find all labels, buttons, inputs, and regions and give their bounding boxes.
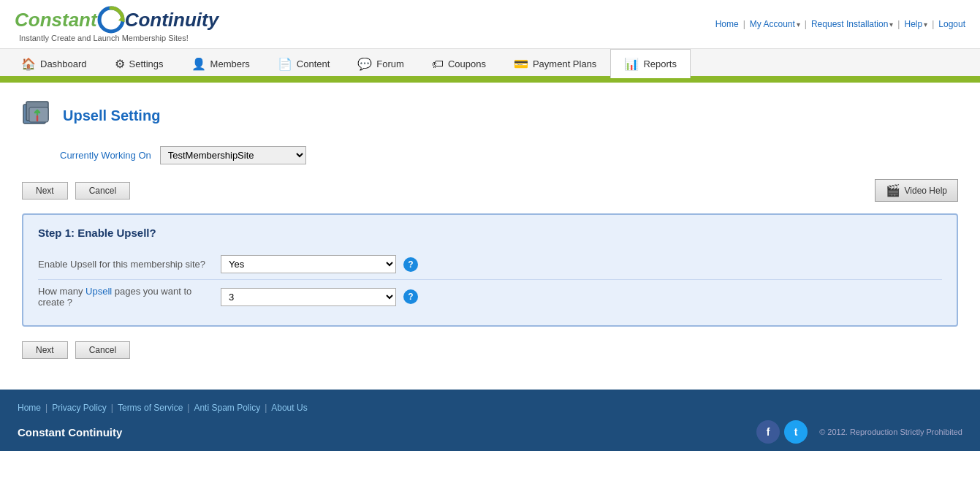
next-button-top[interactable]: Next (22, 182, 68, 200)
nav-label-settings: Settings (129, 58, 164, 69)
footer-link-about[interactable]: About Us (271, 403, 307, 413)
forum-icon: 💬 (357, 57, 372, 71)
how-many-row: How many Upsell pages you want to create… (38, 280, 942, 314)
footer-link-antispam[interactable]: Anti Spam Policy (194, 403, 260, 413)
nav-item-settings[interactable]: ⚙ Settings (101, 49, 178, 78)
footer-brand-area: Constant Continuity (18, 426, 122, 438)
cancel-button-bottom[interactable]: Cancel (75, 341, 130, 359)
nav-label-forum: Forum (376, 58, 404, 69)
film-icon: 🎬 (886, 183, 900, 197)
logo-tagline: Instantly Create and Launch Membership S… (19, 34, 189, 42)
logo-area: Constant Continuity Instantly Create and… (15, 6, 219, 42)
footer-links: Home | Privacy Policy | Terms of Service… (18, 403, 962, 413)
nav-item-dashboard[interactable]: 🏠 Dashboard (7, 49, 101, 78)
settings-icon: ⚙ (115, 57, 125, 71)
how-many-label: How many Upsell pages you want to create… (38, 286, 213, 308)
next-button-bottom[interactable]: Next (22, 341, 68, 359)
payment-plans-icon: 💳 (514, 57, 528, 71)
site-select[interactable]: TestMembershipSite OtherSite (160, 146, 306, 164)
nav-label-payment-plans: Payment Plans (533, 58, 596, 69)
upsell-icon (22, 97, 53, 134)
page-title-row: Upsell Setting (22, 97, 958, 134)
nav-label-dashboard: Dashboard (40, 58, 87, 69)
nav-item-reports[interactable]: 📊 Reports (610, 49, 691, 78)
page-title: Upsell Setting (63, 107, 160, 124)
twitter-button[interactable]: t (784, 420, 808, 444)
how-many-select[interactable]: 1 2 3 4 5 (221, 288, 396, 306)
nav-item-payment-plans[interactable]: 💳 Payment Plans (500, 49, 610, 78)
nav-label-reports: Reports (643, 58, 677, 69)
top-nav: Home | My Account ▾ | Request Installati… (715, 19, 965, 29)
footer-link-privacy[interactable]: Privacy Policy (52, 403, 107, 413)
step1-title: Step 1: Enable Upsell? (38, 227, 942, 239)
nav-my-account[interactable]: My Account ▾ (750, 19, 800, 29)
request-arrow: ▾ (889, 20, 893, 29)
nav-label-content: Content (297, 58, 330, 69)
nav-logout[interactable]: Logout (938, 19, 965, 29)
main-nav: 🏠 Dashboard ⚙ Settings 👤 Members 📄 Conte… (0, 49, 980, 78)
video-help-button[interactable]: 🎬 Video Help (875, 179, 959, 202)
nav-help[interactable]: Help ▾ (904, 19, 927, 29)
dashboard-icon: 🏠 (21, 57, 36, 71)
content-area: Upsell Setting Currently Working On Test… (0, 83, 980, 390)
nav-item-forum[interactable]: 💬 Forum (343, 49, 418, 78)
enable-upsell-help-icon[interactable]: ? (403, 257, 418, 272)
top-button-row: Next Cancel 🎬 Video Help (22, 179, 958, 202)
footer-sep2: | (111, 403, 113, 413)
nav-request-installation[interactable]: Request Installation ▾ (811, 19, 893, 29)
footer-brand: Constant Continuity (18, 426, 122, 438)
reports-icon: 📊 (624, 57, 639, 71)
sep4: | (932, 19, 934, 29)
sep1: | (743, 19, 745, 29)
cancel-button-top[interactable]: Cancel (75, 182, 130, 200)
sep3: | (897, 19, 900, 29)
logo-continuity: Continuity (125, 9, 219, 31)
nav-item-coupons[interactable]: 🏷 Coupons (418, 49, 500, 78)
social-icons: f t (756, 420, 808, 444)
facebook-button[interactable]: f (756, 420, 780, 444)
footer-link-home[interactable]: Home (18, 403, 41, 413)
members-icon: 👤 (191, 57, 206, 71)
upsell-highlight: Upsell (86, 286, 112, 297)
svg-rect-4 (29, 107, 48, 122)
nav-item-content[interactable]: 📄 Content (264, 49, 344, 78)
nav-label-members: Members (210, 58, 250, 69)
nav-item-members[interactable]: 👤 Members (178, 49, 264, 78)
footer: Home | Privacy Policy | Terms of Service… (0, 390, 980, 451)
top-bar: Constant Continuity Instantly Create and… (0, 0, 980, 49)
footer-bottom: Constant Continuity f t © 2012. Reproduc… (18, 420, 962, 444)
coupons-icon: 🏷 (432, 58, 444, 71)
footer-sep4: | (265, 403, 267, 413)
footer-sep3: | (187, 403, 189, 413)
footer-sep1: | (45, 403, 48, 413)
sep2: | (805, 19, 807, 29)
my-account-arrow: ▾ (797, 20, 800, 29)
help-arrow: ▾ (924, 20, 927, 29)
logo-icon (97, 6, 125, 34)
enable-upsell-row: Enable Upsell for this membership site? … (38, 249, 942, 280)
enable-upsell-select[interactable]: Yes No (221, 255, 396, 273)
footer-link-terms[interactable]: Terms of Service (118, 403, 183, 413)
nav-home[interactable]: Home (715, 19, 739, 29)
nav-label-coupons: Coupons (448, 58, 486, 69)
content-icon: 📄 (278, 57, 292, 71)
working-on-row: Currently Working On TestMembershipSite … (60, 146, 958, 164)
footer-copy: © 2012. Reproduction Strictly Prohibited (819, 428, 962, 436)
logo-constant: Constant (15, 9, 97, 31)
enable-upsell-label: Enable Upsell for this membership site? (38, 259, 213, 270)
bottom-button-row: Next Cancel (22, 341, 958, 359)
step1-box: Step 1: Enable Upsell? Enable Upsell for… (22, 213, 958, 327)
how-many-help-icon[interactable]: ? (403, 289, 418, 304)
working-on-label: Currently Working On (60, 150, 151, 161)
